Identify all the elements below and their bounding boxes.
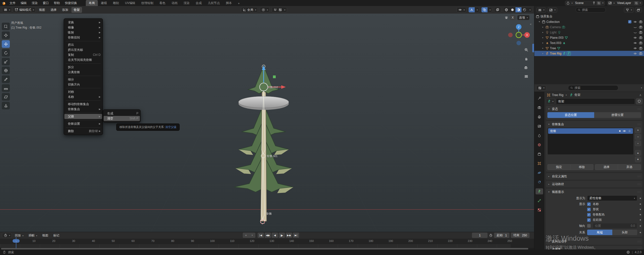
workspace-tab-animation[interactable]: 动画 <box>169 0 181 6</box>
menu-item-symmetrize[interactable]: 对称 <box>64 89 103 94</box>
viewport-display-title[interactable]: 视图显示 <box>552 190 564 194</box>
tab-render[interactable] <box>536 105 543 111</box>
pin-icon[interactable] <box>592 1 596 5</box>
n-panel-tab[interactable] <box>532 44 534 52</box>
timeline-ruler[interactable]: 1 10203040506070809010011012013014015016… <box>0 239 534 244</box>
tool-extrude[interactable] <box>2 102 10 109</box>
blender-logo-icon[interactable] <box>2 1 6 5</box>
tool-measure[interactable] <box>2 84 10 92</box>
armature-selector[interactable]: ▾ <box>546 98 555 104</box>
shading-dropdown-icon[interactable]: ▾ <box>528 7 532 12</box>
shading-rendered-button[interactable] <box>521 7 528 12</box>
auto-keying-button[interactable]: ○ <box>243 233 249 238</box>
favorite-star-icon[interactable]: ☆ <box>628 129 631 133</box>
menu-item-duplicate[interactable]: 复制Ctrl D <box>64 52 103 57</box>
outliner-search-input[interactable]: 搜索 <box>576 7 606 13</box>
workspace-tab-uv[interactable]: UV编辑 <box>122 0 138 6</box>
pose-position-button[interactable]: 姿态位置 <box>547 112 594 118</box>
collection-checkbox[interactable]: ✓ <box>628 20 631 23</box>
timeline-menu-marker[interactable]: 标记 <box>51 233 61 238</box>
outliner-filter-mode[interactable]: ▾ <box>547 7 557 13</box>
tab-texture[interactable] <box>536 207 543 213</box>
axes-position-field[interactable]: 位置 0.0 <box>593 223 637 229</box>
workspace-tab-layout[interactable]: 布局 <box>86 0 98 6</box>
collapse-icon[interactable]: ▼ <box>547 191 550 193</box>
show-names-checkbox[interactable]: ✓ <box>587 202 591 206</box>
tail-button[interactable]: 尾端 <box>587 230 612 235</box>
properties-search-input[interactable]: 搜索 <box>568 85 618 91</box>
menu-item-split[interactable]: 拆分 <box>64 65 103 70</box>
camera-visibility-icon[interactable] <box>639 25 642 29</box>
pin-toggle-icon[interactable]: ∧ <box>639 93 641 97</box>
workspace-tab-geonodes[interactable]: 几何节点 <box>205 0 223 6</box>
outliner-row-plane[interactable]: ▸ Plane.003 <box>534 35 644 40</box>
bone-collections-title[interactable]: 骨骼集合 <box>552 122 564 126</box>
assign-button[interactable]: 指定 <box>547 164 571 170</box>
tab-constraints[interactable] <box>536 179 543 185</box>
animate-dot[interactable] <box>640 203 641 205</box>
expand-icon[interactable]: ▸ <box>541 47 544 49</box>
eye-closed-icon[interactable] <box>633 25 637 29</box>
menu-item-subdivide[interactable]: 细分 <box>64 77 103 82</box>
menu-item-delete[interactable]: 删除删除键▶ <box>64 129 103 134</box>
scene-icon[interactable] <box>566 1 570 5</box>
playhead[interactable] <box>16 237 16 248</box>
menu-quick-toggle[interactable]: 快捷切换 <box>63 1 79 6</box>
menu-item-names[interactable]: 名称▶ <box>64 94 103 99</box>
timeline-menu-playback[interactable]: 回放 ▾ <box>13 233 25 238</box>
play-button[interactable]: ▶ <box>279 233 285 238</box>
remove-collection-button[interactable]: − <box>635 134 641 140</box>
timeline-tick-strip[interactable] <box>0 244 534 248</box>
tab-world[interactable] <box>536 142 543 148</box>
proportional-dropdown-icon[interactable]: ▾ <box>284 9 285 11</box>
visibility-eye-icon[interactable] <box>623 129 626 133</box>
deselect-button[interactable]: 弃选 <box>618 164 641 170</box>
viewlayer-copy-button[interactable] <box>634 1 638 5</box>
menu-item-separate[interactable]: 分离骨骼 <box>64 70 103 75</box>
breadcrumb-object[interactable]: Tree Rig <box>552 93 564 97</box>
viewlayer-icon[interactable] <box>608 1 612 5</box>
auto-keying-dropdown[interactable]: ▾ <box>249 233 255 238</box>
camera-visibility-icon[interactable] <box>639 31 642 34</box>
proportional-edit-icon[interactable] <box>278 8 282 12</box>
new-collection-button[interactable] <box>635 7 642 13</box>
collapse-icon[interactable]: ▼ <box>547 108 550 110</box>
add-collection-button[interactable]: + <box>635 128 641 133</box>
eye-icon[interactable] <box>633 36 637 39</box>
frame-start-field[interactable]: 起始 1 <box>494 233 509 238</box>
camera-visibility-icon[interactable] <box>639 41 642 45</box>
expand-icon[interactable]: ▸ <box>541 42 544 44</box>
scene-name[interactable]: Scene <box>574 1 591 5</box>
scene-dropdown-icon[interactable]: ▾ <box>572 2 573 4</box>
tool-rotate[interactable] <box>2 49 10 57</box>
menu-item-parent[interactable]: 父级▶ <box>64 114 102 119</box>
animate-dot[interactable] <box>640 198 641 199</box>
eye-icon[interactable] <box>633 47 637 50</box>
workspace-tab-sculpting[interactable]: 雕刻 <box>110 0 122 6</box>
expand-icon[interactable]: ▼ <box>538 21 541 23</box>
shading-material-button[interactable] <box>515 7 521 12</box>
expand-icon[interactable]: ▸ <box>541 26 544 28</box>
outliner-display-mode[interactable]: ▾ <box>536 7 546 13</box>
workspace-tab-rendering[interactable]: 渲染 <box>181 0 193 6</box>
tab-output[interactable] <box>536 114 543 120</box>
jump-to-end-button[interactable]: ▶| <box>293 233 299 238</box>
fake-user-button[interactable] <box>636 98 642 104</box>
editor-type-selector[interactable]: ▾ <box>2 7 12 13</box>
remove-button[interactable]: 移除 <box>571 164 593 170</box>
show-in-front-checkbox[interactable]: ✓ <box>587 218 591 222</box>
collapse-icon[interactable]: ▸ <box>547 240 550 243</box>
show-object-types[interactable]: ▾ <box>457 7 466 13</box>
overlays-toggle[interactable] <box>481 7 488 12</box>
timeline-menu-view[interactable]: 视图 <box>40 233 50 238</box>
magnet-icon[interactable] <box>273 8 277 12</box>
menu-item-mirror[interactable]: 镜像▶ <box>64 25 103 30</box>
menu-window[interactable]: 窗口 <box>41 1 51 6</box>
eye-icon[interactable] <box>633 20 637 24</box>
current-frame-field[interactable]: 1 <box>472 233 488 238</box>
outliner-row-collection[interactable]: ▼ Collection ✓ <box>534 19 644 24</box>
outliner-row-text[interactable]: ▸ a Text.003 a <box>534 40 644 46</box>
pose-panel-title[interactable]: 姿态 <box>552 107 558 111</box>
menu-item-bone-collections[interactable]: 骨骼集合▶ <box>64 107 103 112</box>
eye-closed-icon[interactable] <box>633 31 637 34</box>
